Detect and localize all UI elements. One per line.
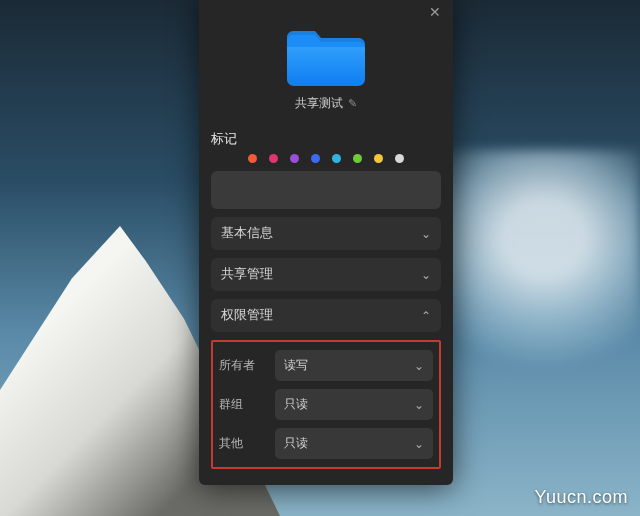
tag-color-dot[interactable] bbox=[332, 154, 341, 163]
tag-color-dot[interactable] bbox=[395, 154, 404, 163]
chevron-down-icon: ⌄ bbox=[414, 398, 424, 412]
permission-row: 所有者读写⌄ bbox=[213, 346, 439, 385]
chevron-down-icon: ⌄ bbox=[414, 359, 424, 373]
accordion-label: 权限管理 bbox=[221, 307, 273, 324]
watermark: Yuucn.com bbox=[534, 487, 628, 508]
tag-color-dot[interactable] bbox=[374, 154, 383, 163]
permission-select[interactable]: 读写⌄ bbox=[275, 350, 433, 381]
permission-rows-highlight: 所有者读写⌄群组只读⌄其他只读⌄ bbox=[211, 340, 441, 469]
chevron-down-icon: ⌄ bbox=[421, 227, 431, 241]
chevron-down-icon: ⌄ bbox=[414, 437, 424, 451]
accordion-label: 基本信息 bbox=[221, 225, 273, 242]
permission-value: 读写 bbox=[284, 357, 308, 374]
permission-value: 只读 bbox=[284, 396, 308, 413]
tags-label: 标记 bbox=[211, 130, 441, 148]
tag-color-dot[interactable] bbox=[290, 154, 299, 163]
tag-color-dot[interactable] bbox=[269, 154, 278, 163]
accordion-permission-management[interactable]: 权限管理 ⌃ bbox=[211, 299, 441, 332]
tag-input[interactable] bbox=[211, 171, 441, 209]
permission-label: 所有者 bbox=[219, 357, 267, 374]
permission-label: 其他 bbox=[219, 435, 267, 452]
tag-color-dot[interactable] bbox=[311, 154, 320, 163]
tag-color-row bbox=[211, 154, 441, 163]
accordion-label: 共享管理 bbox=[221, 266, 273, 283]
chevron-up-icon: ⌃ bbox=[421, 309, 431, 323]
folder-icon bbox=[287, 25, 365, 87]
tag-color-dot[interactable] bbox=[353, 154, 362, 163]
accordion-share-management[interactable]: 共享管理 ⌄ bbox=[211, 258, 441, 291]
permission-row: 其他只读⌄ bbox=[213, 424, 439, 463]
permission-value: 只读 bbox=[284, 435, 308, 452]
close-icon[interactable]: ✕ bbox=[429, 5, 441, 19]
permission-select[interactable]: 只读⌄ bbox=[275, 389, 433, 420]
chevron-down-icon: ⌄ bbox=[421, 268, 431, 282]
permission-select[interactable]: 只读⌄ bbox=[275, 428, 433, 459]
edit-name-icon[interactable]: ✎ bbox=[348, 97, 357, 110]
tag-color-dot[interactable] bbox=[248, 154, 257, 163]
permission-row: 群组只读⌄ bbox=[213, 385, 439, 424]
folder-name: 共享测试 bbox=[295, 95, 343, 112]
info-panel: ✕ 共享测试 ✎ 标记 基本信息 ⌄ 共享管理 ⌄ 权限管理 ⌃ 所有 bbox=[199, 0, 453, 485]
permission-label: 群组 bbox=[219, 396, 267, 413]
accordion-basic-info[interactable]: 基本信息 ⌄ bbox=[211, 217, 441, 250]
